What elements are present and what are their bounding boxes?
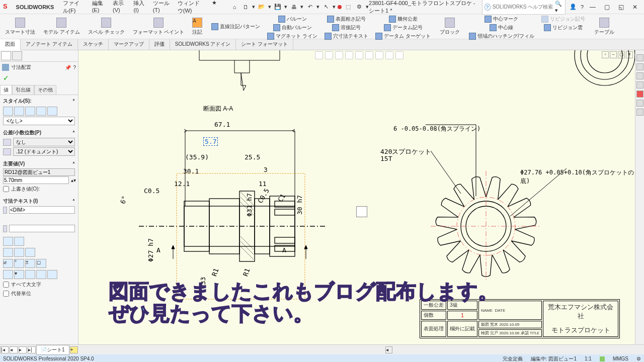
style-load-button[interactable] [47,107,57,116]
ok-button[interactable]: ✓ [0,73,78,83]
revision-cloud-button[interactable]: リビジョン雲 [543,24,584,32]
tab-annotate[interactable]: アノテート アイテム [21,39,78,50]
close-button[interactable]: ✕ [630,4,640,11]
collapse-icon[interactable]: ˄ [72,161,75,167]
collapse-icon[interactable]: ˄ [72,199,75,204]
dim-phi27-76[interactable]: Φ27.76 +0.05+0.10(角スプロケットの底) [520,168,635,186]
style-add-button[interactable] [14,107,24,116]
sheet-next-button[interactable]: ▸ [19,346,27,353]
sym-more4-button[interactable] [36,270,46,279]
prev-view-icon[interactable] [335,51,343,59]
home-icon[interactable]: ⌂ [230,3,239,12]
tab-sheet-format[interactable]: シート フォーマット [236,39,293,50]
menu-pin-icon[interactable]: ★ [209,0,220,16]
dim-35-9[interactable]: (35.9) [185,153,209,161]
menu-window[interactable]: ウィンドウ(W) [175,0,208,16]
task-appearances-icon[interactable] [636,90,643,98]
help-prop-icon[interactable]: ? [73,65,76,70]
dim-30h7[interactable]: 30 h7 [296,195,303,215]
justify-left-button[interactable] [3,248,13,257]
subtab-other[interactable]: その他 [34,85,56,95]
all-caps-checkbox[interactable] [3,282,9,288]
dim-67-1[interactable]: 67.1 [214,121,230,128]
datum-target-button[interactable]: データム ターゲット [374,32,432,40]
spell-check-button[interactable]: スペル チェック [85,17,128,37]
sym-plusminus-button[interactable]: ± [25,259,35,268]
note-button[interactable]: A注記 [189,17,205,37]
surface-finish-button[interactable]: 表面粗さ記号 [326,15,367,23]
model-items-button[interactable]: モデル アイテム [40,17,83,37]
dim-phi31h7[interactable]: Φ31 h7 [246,193,253,217]
apply-scene-icon[interactable] [385,51,393,59]
status-gear-icon[interactable]: ⚙ [636,356,641,361]
style-delete-button[interactable] [25,107,35,116]
dim-11[interactable]: 11 [259,180,267,188]
options-icon[interactable]: ⚙ [355,3,364,12]
undo-icon[interactable]: ↶ [305,3,314,12]
record-icon[interactable] [338,5,342,9]
justify-right-button[interactable] [25,248,35,257]
dual-dim-checkbox[interactable] [3,291,9,297]
task-custom-props-icon[interactable] [636,100,643,107]
select-icon[interactable]: ↖ [321,3,331,12]
sheet-tab[interactable]: 📄シート1 [36,345,69,355]
geo-tolerance-button[interactable]: 幾何公差 [388,15,419,23]
tab-addins[interactable]: SOLIDWORKS アドイン [170,39,236,50]
open-icon[interactable]: 📂 [257,3,266,12]
subtab-value[interactable]: 値 [0,85,12,95]
dimtext-tool-2[interactable] [14,237,24,246]
status-units[interactable]: MMGS [613,356,628,361]
balloon-button[interactable]: バルーン [277,15,308,23]
help2-icon[interactable]: ? [581,4,584,10]
centerline-button[interactable]: 中心線 [489,24,514,32]
collapse-icon[interactable]: ˄ [72,99,75,104]
menu-file[interactable]: ファイル(F) [60,0,88,16]
sheet-first-button[interactable]: |◂ [1,346,9,353]
edit-scene-icon[interactable] [375,51,383,59]
sym-degree-button[interactable]: ° [14,259,24,268]
dim-spline-6[interactable]: 6 -0.05-0.08(角スプライン) [393,125,480,133]
hole-callout-button[interactable]: 穴寸法テキスト [324,32,369,40]
view-settings-icon[interactable] [395,51,404,59]
sheet-prev-button[interactable]: ◂ [10,346,18,353]
minimize-button[interactable]: — [588,4,598,11]
restore-button[interactable]: ▢ [602,4,612,11]
collapse-icon[interactable]: ˄ [72,130,75,136]
tab-drawing[interactable]: 図面 [0,39,21,50]
decimals-dropdown[interactable]: .12 (ドキュメント) [13,147,75,156]
datum-feature-button[interactable]: データム記号 [383,24,424,32]
display-tab[interactable] [12,51,22,60]
search-chevron-icon[interactable]: 🔍▾ [555,1,563,14]
feature-tree-tab[interactable] [1,51,11,60]
sym-more5-button[interactable] [47,270,57,279]
dim-5-7-selected[interactable]: 5.7 [203,137,218,146]
smart-dimension-button[interactable]: スマート寸法 [2,17,38,37]
dimtext-suffix-field[interactable] [9,225,75,232]
format-painter-button[interactable]: フォーマット ペイント [130,17,188,37]
hide-show-icon[interactable] [365,51,373,59]
menu-edit[interactable]: 編集(E) [89,0,109,16]
user-icon[interactable]: 👤 [570,4,577,10]
sym-more2-button[interactable]: ▾ [14,270,24,279]
dim-c05a[interactable]: C0.5 [144,187,159,195]
auto-balloon-button[interactable]: 自動バルーン [272,24,313,32]
sym-more3-button[interactable] [25,270,35,279]
task-home-icon[interactable] [636,54,643,61]
menu-view[interactable]: 表示(V) [110,0,129,16]
tab-sketch[interactable]: スケッチ [78,39,109,50]
dim-3[interactable]: 3 [264,166,268,173]
dimtext-tool-1[interactable] [3,237,13,246]
dimension-value-field[interactable] [3,176,69,184]
status-scale[interactable]: 1:1 [585,356,592,361]
task-design-lib-icon[interactable] [636,63,643,70]
print-icon[interactable]: 🖶 [289,3,298,12]
text-suffix-icon[interactable] [3,225,7,232]
scroll-lock-icon[interactable]: ◂ [385,346,392,353]
style-save-button[interactable] [36,107,46,116]
center-mark-button[interactable]: 中心マーク [484,15,519,23]
rebuild-icon[interactable]: ⬚ [344,3,353,12]
add-sheet-button[interactable]: + [70,346,78,353]
justify-center-button[interactable] [14,248,24,257]
dim-25-5[interactable]: 25.5 [245,153,260,161]
new-doc-icon[interactable]: 🗋 [241,3,250,12]
